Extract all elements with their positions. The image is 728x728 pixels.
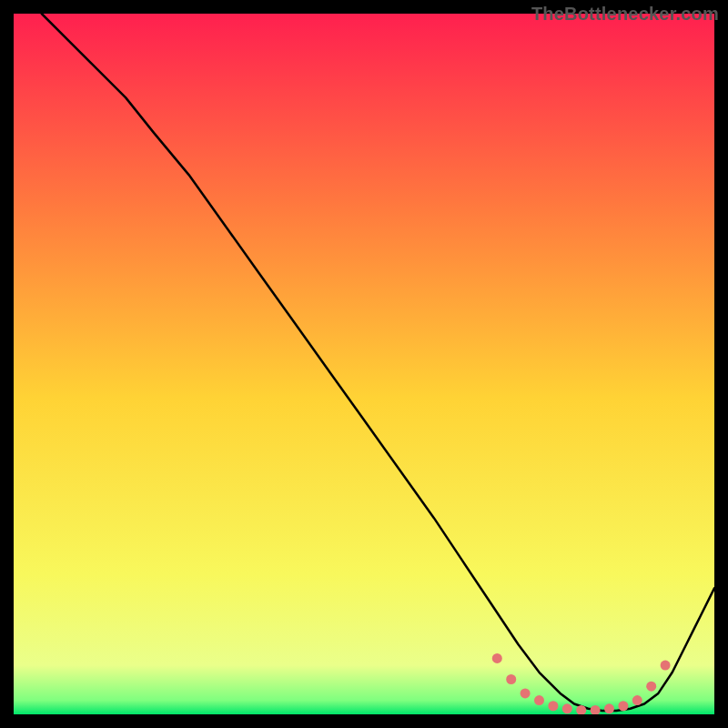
marker-point bbox=[632, 695, 642, 705]
marker-point bbox=[646, 682, 656, 692]
gradient-background bbox=[14, 14, 714, 714]
marker-point bbox=[548, 701, 558, 711]
marker-point bbox=[534, 695, 544, 705]
marker-point bbox=[661, 661, 671, 671]
marker-point bbox=[604, 703, 614, 713]
attribution-text: TheBottlenecker.com bbox=[531, 4, 719, 25]
chart-frame bbox=[14, 14, 714, 714]
marker-point bbox=[562, 703, 572, 713]
marker-point bbox=[521, 688, 531, 698]
marker-point bbox=[492, 653, 502, 663]
marker-point bbox=[618, 701, 628, 711]
marker-point bbox=[506, 674, 516, 684]
chart-plot bbox=[14, 14, 714, 714]
